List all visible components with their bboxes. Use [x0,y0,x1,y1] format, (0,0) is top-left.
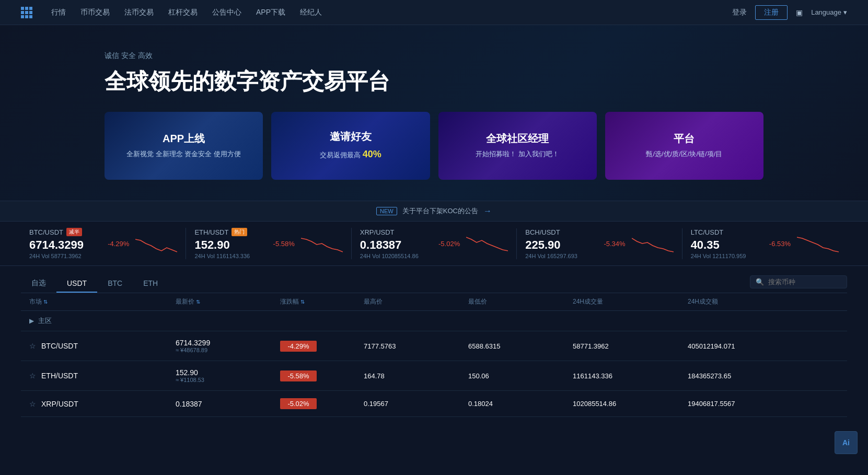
row-btc-low: 6588.6315 [468,342,573,350]
banner-app-title: APP上线 [115,132,252,146]
nav-item-spot[interactable]: 币币交易 [80,8,110,17]
col-price[interactable]: 最新价 ⇅ [176,297,280,306]
banner-platform[interactable]: 平台 甄/选/优/质/区/块/链/项/目 [605,112,763,180]
ticker-bch-vol: 24H Vol 165297.693 [525,253,577,259]
ticker-btc-chart [135,234,177,253]
row-btc-change: -4.29% [280,341,364,352]
row-btc-high: 7177.5763 [364,342,468,350]
ticker-ltc-name: LTC/USDT [691,228,724,236]
tab-eth[interactable]: ETH [133,275,168,293]
row-xrp-vol: 102085514.86 [573,400,688,408]
nav-item-fiat[interactable]: 法币交易 [124,8,154,17]
col-change[interactable]: 涨跌幅 ⇅ [280,297,364,306]
ticker-eth-price: 152.90 [194,238,250,252]
ticker-xrp-chart [466,234,508,253]
nav-right: 登录 注册 ▣ Language ▾ [732,5,847,20]
ticker-eth[interactable]: ETH/USDT 热门 152.90 24H Vol 1161143.336 -… [186,228,351,259]
banner-highlight: 40% [363,149,381,159]
navigation: 行情 币币交易 法币交易 杠杆交易 公告中心 APP下载 经纪人 登录 注册 ▣… [0,0,868,25]
chevron-down-icon: ▾ [843,8,847,16]
col-low: 最低价 [468,297,573,306]
section-collapse-icon[interactable]: ▶ [29,317,34,325]
ticker-btc-change: -4.29% [103,240,129,248]
tab-usdt[interactable]: USDT [56,275,97,293]
banner-invite[interactable]: 邀请好友 交易返佣最高 40% [271,112,430,180]
section-label: 主区 [38,316,52,326]
star-xrp-icon[interactable]: ☆ [29,400,36,408]
banner-invite-title: 邀请好友 [282,130,419,144]
col-market[interactable]: 市场 ⇅ [29,297,176,306]
ticker-xrp-vol: 24H Vol 102085514.86 [360,253,419,259]
banner-app-desc: 全新视觉 全新理念 资金安全 使用方便 [115,149,252,160]
coin-xrp: XRP/USDT [41,400,78,408]
qr-icon[interactable]: ▣ [796,8,803,17]
row-btc-name: ☆ BTC/USDT [29,342,176,350]
login-button[interactable]: 登录 [732,8,747,17]
ticker-ltc-chart [797,234,839,253]
row-eth-price: 152.90 ≈ ¥1108.53 [176,368,280,383]
sort-market-icon: ⇅ [43,299,48,305]
ticker-eth-chart [301,234,343,253]
ticker-bch-change: -5.34% [599,240,626,248]
ticker-btc[interactable]: BTC/USDT 减半 6714.3299 24H Vol 58771.3962… [21,228,186,259]
row-eth-amount: 184365273.65 [688,372,803,380]
language-selector[interactable]: Language ▾ [811,8,847,16]
search-input[interactable] [768,278,841,286]
coin-btc: BTC/USDT [41,342,78,350]
row-xrp-name: ☆ XRP/USDT [29,400,176,408]
nav-item-market[interactable]: 行情 [51,8,66,17]
banner-app[interactable]: APP上线 全新视觉 全新理念 资金安全 使用方便 [105,112,263,180]
ticker-btc-vol: 24H Vol 58771.3962 [29,253,84,259]
ticker-btc-badge: 减半 [66,228,82,236]
table-header: 市场 ⇅ 最新价 ⇅ 涨跌幅 ⇅ 最高价 最低价 24H成交量 24H成交额 [21,293,847,311]
ticker-ltc[interactable]: LTC/USDT 40.35 24H Vol 1211170.959 -6.53… [682,228,847,259]
row-eth-name: ☆ ETH/USDT [29,372,176,380]
ticker-eth-vol: 24H Vol 1161143.336 [194,253,250,259]
banner-platform-desc: 甄/选/优/质/区/块/链/项/目 [616,149,753,160]
table-row[interactable]: ☆ ETH/USDT 152.90 ≈ ¥1108.53 -5.58% 164.… [21,361,847,391]
nav-item-announcements[interactable]: 公告中心 [212,8,241,17]
nav-item-margin[interactable]: 杠杆交易 [168,8,198,17]
ticker-xrp-name: XRP/USDT [360,228,395,236]
ticker-eth-badge: 热门 [232,228,247,236]
row-eth-change: -5.58% [280,370,364,381]
announcement-text: 关于平台下架KOC的公告 [402,206,478,216]
sort-price-icon: ⇅ [196,299,200,305]
row-btc-price: 6714.3299 ≈ ¥48678.89 [176,339,280,353]
hero-title: 全球领先的数字资产交易平台 [105,67,763,96]
banner-platform-title: 平台 [616,132,753,146]
col-vol: 24H成交量 [573,297,688,306]
hero-subtitle: 诚信 安全 高效 [105,51,763,61]
ticker-xrp-price: 0.18387 [360,238,419,252]
star-btc-icon[interactable]: ☆ [29,342,36,350]
new-badge: NEW [376,207,397,215]
row-xrp-amount: 19406817.5567 [688,400,803,408]
table-row[interactable]: ☆ XRP/USDT 0.18387 -5.02% 0.19567 0.1802… [21,391,847,417]
col-high: 最高价 [364,297,468,306]
tab-btc[interactable]: BTC [97,275,133,293]
row-eth-high: 164.78 [364,372,468,380]
row-xrp-price: 0.18387 [176,400,280,408]
table-row[interactable]: ☆ BTC/USDT 6714.3299 ≈ ¥48678.89 -4.29% … [21,331,847,361]
ticker-bch-name: BCH/USDT [525,228,560,236]
nav-item-broker[interactable]: 经纪人 [300,8,322,17]
ticker-btc-name: BTC/USDT [29,228,63,236]
star-eth-icon[interactable]: ☆ [29,372,36,380]
ticker-bch[interactable]: BCH/USDT 225.90 24H Vol 165297.693 -5.34… [517,228,682,259]
ticker-eth-name: ETH/USDT [194,228,228,236]
ticker-xrp[interactable]: XRP/USDT 0.18387 24H Vol 102085514.86 -5… [352,228,517,259]
banner-community[interactable]: 全球社区经理 开始招募啦！ 加入我们吧！ [438,112,597,180]
nav-item-app[interactable]: APP下载 [256,8,285,17]
ticker-btc-price: 6714.3299 [29,238,84,252]
hero-section: 诚信 安全 高效 全球领先的数字资产交易平台 APP上线 全新视觉 全新理念 资… [0,25,868,201]
announcement-arrow[interactable]: → [483,206,492,216]
banner-grid: APP上线 全新视觉 全新理念 资金安全 使用方便 邀请好友 交易返佣最高 40… [105,112,763,180]
row-xrp-low: 0.18024 [468,400,573,408]
ticker-xrp-change: -5.02% [434,240,460,248]
nav-icons: ▣ [796,8,803,17]
announcement-bar: NEW 关于平台下架KOC的公告 → [0,201,868,222]
row-btc-vol: 58771.3962 [573,342,688,350]
logo[interactable] [21,7,36,18]
register-button[interactable]: 注册 [755,5,788,20]
tab-favorites[interactable]: 自选 [21,274,56,293]
